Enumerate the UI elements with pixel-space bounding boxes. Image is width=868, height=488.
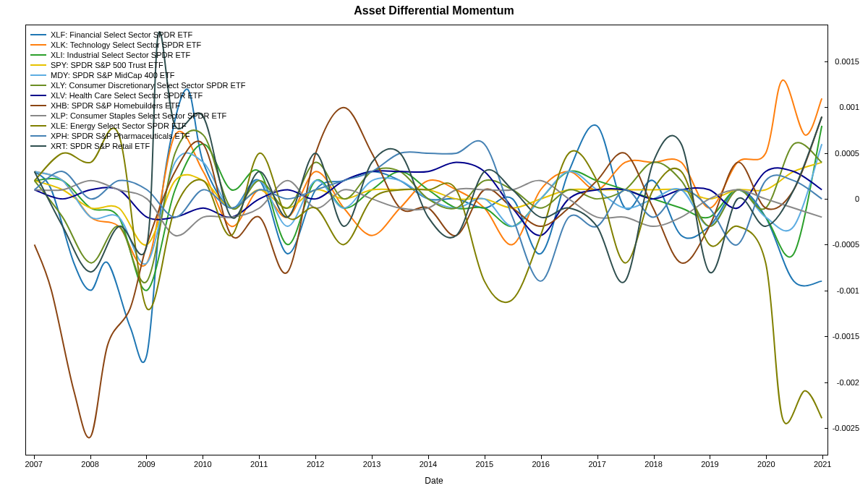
legend-swatch [30, 115, 46, 116]
x-tick-label: 2017 [588, 460, 605, 468]
x-tick-label: 2014 [420, 460, 437, 468]
y-tick-mark [825, 153, 828, 154]
x-tick-label: 2013 [363, 460, 380, 468]
x-tick-label: 2015 [476, 460, 493, 468]
legend-item-XLV: XLV: Health Care Select Sector SPDR ETF [30, 90, 245, 100]
legend-item-XLY: XLY: Consumer Discretionary Select Secto… [30, 80, 245, 90]
y-tick-mark [825, 428, 828, 429]
y-tick-label: 0 [855, 194, 859, 203]
x-tick-label: 2019 [701, 460, 718, 468]
x-tick-mark [485, 455, 485, 459]
legend-label: XPH: SPDR S&P Pharmaceuticals ETF [51, 131, 190, 141]
legend-label: XHB: SPDR S&P Homebuilders ETF [51, 100, 180, 111]
y-tick-mark [825, 61, 828, 62]
legend-swatch [30, 135, 46, 137]
legend-swatch [30, 44, 46, 46]
y-tick-label: -0.001 [837, 286, 859, 295]
x-tick-label: 2010 [194, 460, 211, 468]
x-tick-mark [372, 455, 373, 459]
legend-item-XHB: XHB: SPDR S&P Homebuilders ETF [30, 100, 245, 111]
y-tick-label: 0.0015 [835, 57, 859, 66]
legend-item-XLF: XLF: Financial Select Sector SPDR ETF [30, 30, 245, 40]
x-tick-label: 2020 [757, 460, 775, 468]
legend-swatch [30, 85, 46, 86]
legend-item-XLI: XLI: Industrial Select Sector SPDR ETF [30, 50, 245, 60]
x-tick-mark [203, 455, 203, 459]
x-tick-mark [766, 455, 767, 459]
legend-label: XRT: SPDR S&P Retail ETF [51, 141, 150, 151]
y-tick-label: -0.002 [837, 378, 859, 387]
legend-item-SPY: SPY: SPDR S&P 500 Trust ETF [30, 60, 245, 70]
legend-label: XLP: Consumer Staples Select Sector SPDR… [51, 111, 226, 121]
x-tick-label: 2008 [81, 460, 98, 468]
x-tick-label: 2011 [250, 460, 268, 468]
x-tick-mark [710, 455, 710, 459]
y-tick-label: 0.0005 [835, 149, 859, 158]
plot-area: XLF: Financial Select Sector SPDR ETFXLK… [25, 25, 828, 455]
y-tick-mark [825, 336, 828, 337]
legend-label: MDY: SPDR S&P MidCap 400 ETF [51, 70, 175, 80]
x-tick-label: 2016 [532, 460, 549, 468]
y-tick-mark [825, 244, 828, 245]
legend-item-XLP: XLP: Consumer Staples Select Sector SPDR… [30, 111, 245, 121]
x-tick-mark [597, 455, 598, 459]
legend-label: XLK: Technology Select Sector SPDR ETF [51, 40, 201, 50]
legend-label: XLY: Consumer Discretionary Select Secto… [51, 80, 245, 90]
legend-item-XLE: XLE: Energy Select Sector SPDR ETF [30, 121, 245, 131]
legend-swatch [30, 125, 46, 127]
legend-label: XLI: Industrial Select Sector SPDR ETF [51, 50, 190, 60]
x-tick-mark [90, 455, 91, 459]
legend-swatch [30, 54, 46, 56]
legend-swatch [30, 95, 46, 96]
y-tick-label: 0.001 [839, 103, 859, 111]
legend-swatch [30, 74, 46, 76]
legend-swatch [30, 64, 46, 66]
x-tick-mark [541, 455, 542, 459]
y-tick-mark [825, 107, 828, 108]
y-tick-mark [825, 291, 828, 291]
legend-item-MDY: MDY: SPDR S&P MidCap 400 ETF [30, 70, 245, 80]
legend-item-XRT: XRT: SPDR S&P Retail ETF [30, 141, 245, 151]
x-tick-mark [428, 455, 429, 459]
legend-label: XLV: Health Care Select Sector SPDR ETF [51, 90, 203, 100]
y-tick-label: -0.0005 [833, 240, 859, 249]
x-axis-label: Date [0, 476, 868, 486]
x-tick-mark [146, 455, 147, 459]
y-tick-label: -0.0015 [833, 332, 859, 341]
legend-item-XPH: XPH: SPDR S&P Pharmaceuticals ETF [30, 131, 245, 141]
y-tick-label: -0.0025 [833, 424, 859, 432]
legend-swatch [30, 105, 46, 106]
x-tick-label: 2021 [814, 460, 831, 468]
x-tick-label: 2012 [307, 460, 324, 468]
y-tick-mark [825, 382, 828, 383]
legend-swatch [30, 34, 46, 35]
x-tick-mark [34, 455, 35, 459]
x-tick-mark [315, 455, 316, 459]
legend-label: XLF: Financial Select Sector SPDR ETF [51, 30, 192, 40]
legend-item-XLK: XLK: Technology Select Sector SPDR ETF [30, 40, 245, 50]
legend-label: SPY: SPDR S&P 500 Trust ETF [51, 60, 163, 70]
legend-label: XLE: Energy Select Sector SPDR ETF [51, 121, 187, 131]
x-tick-label: 2007 [25, 460, 42, 468]
x-tick-label: 2009 [137, 460, 155, 468]
x-tick-mark [654, 455, 655, 459]
x-tick-mark [822, 455, 823, 459]
chart-title: Asset Differential Momentum [0, 4, 868, 17]
legend-swatch [30, 145, 46, 147]
x-tick-label: 2018 [644, 460, 662, 468]
y-tick-mark [825, 199, 828, 200]
legend: XLF: Financial Select Sector SPDR ETFXLK… [30, 30, 245, 151]
x-tick-mark [259, 455, 260, 459]
